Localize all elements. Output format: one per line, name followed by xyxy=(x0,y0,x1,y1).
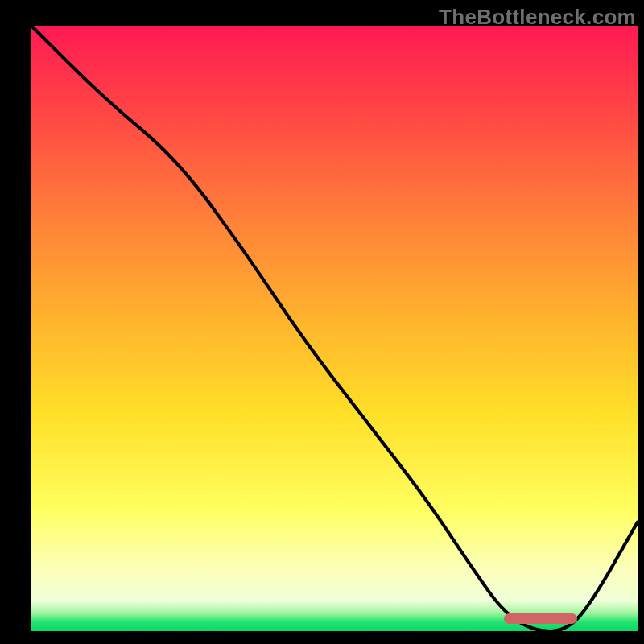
chart-frame: TheBottleneck.com xyxy=(0,0,644,644)
curve-path xyxy=(31,26,638,631)
watermark-text: TheBottleneck.com xyxy=(439,5,636,30)
bottleneck-curve xyxy=(31,26,638,631)
plot-area xyxy=(31,26,638,631)
optimum-marker xyxy=(504,613,576,624)
